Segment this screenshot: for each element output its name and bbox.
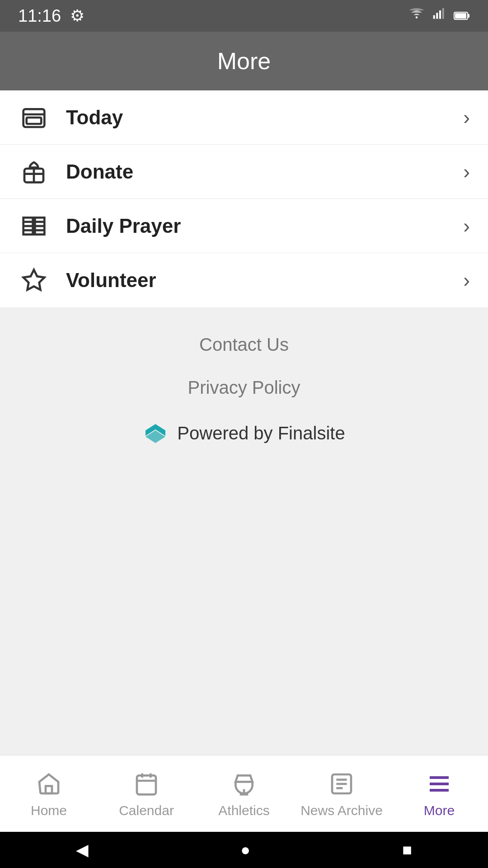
status-bar: 11:16 ⚙ [0, 0, 488, 32]
android-home-button[interactable]: ● [240, 840, 250, 859]
svg-rect-10 [27, 118, 42, 124]
calendar-nav-label: Calendar [119, 803, 174, 818]
nav-item-calendar[interactable]: Calendar [98, 755, 195, 832]
athletics-nav-icon [230, 769, 258, 798]
menu-section: Today › Donate › [0, 90, 488, 307]
svg-rect-1 [433, 15, 435, 19]
more-nav-label: More [424, 803, 455, 818]
privacy-policy-link[interactable]: Privacy Policy [188, 377, 300, 398]
news-archive-nav-label: News Archive [300, 803, 383, 818]
svg-rect-3 [439, 10, 441, 19]
donate-icon [18, 156, 50, 188]
page-title: More [217, 47, 271, 75]
daily-prayer-chevron-icon: › [463, 215, 470, 237]
battery-icon [454, 8, 470, 24]
content-area: Contact Us Privacy Policy Powered by Fin… [0, 307, 488, 755]
news-archive-nav-icon [327, 769, 356, 798]
volunteer-label: Volunteer [66, 269, 463, 292]
volunteer-menu-item[interactable]: Volunteer › [0, 253, 488, 307]
daily-prayer-label: Daily Prayer [66, 215, 463, 237]
android-back-button[interactable]: ◀ [76, 840, 89, 859]
today-icon [18, 102, 50, 133]
more-nav-icon [425, 769, 454, 798]
svg-rect-24 [137, 775, 156, 794]
home-nav-label: Home [31, 803, 67, 818]
bottom-nav: Home Calendar Athletics [0, 755, 488, 832]
finalsite-logo-icon [143, 420, 168, 446]
svg-rect-6 [455, 13, 466, 19]
status-bar-right [408, 6, 470, 26]
volunteer-chevron-icon: › [463, 269, 470, 292]
svg-point-0 [416, 16, 418, 19]
today-menu-item[interactable]: Today › [0, 90, 488, 145]
svg-rect-7 [468, 14, 469, 18]
svg-marker-20 [23, 270, 45, 290]
android-recents-button[interactable]: ■ [402, 840, 412, 859]
today-label: Today [66, 106, 463, 129]
volunteer-icon [18, 264, 50, 296]
wifi-icon [408, 6, 425, 26]
settings-icon: ⚙ [70, 6, 84, 25]
page-header: More [0, 32, 488, 90]
donate-chevron-icon: › [463, 160, 470, 183]
calendar-nav-icon [132, 769, 161, 798]
svg-rect-4 [442, 8, 444, 19]
home-nav-icon [34, 769, 63, 798]
status-bar-left: 11:16 ⚙ [18, 6, 84, 26]
nav-item-home[interactable]: Home [0, 755, 98, 832]
donate-label: Donate [66, 160, 463, 183]
nav-item-news-archive[interactable]: News Archive [293, 755, 390, 832]
nav-item-athletics[interactable]: Athletics [195, 755, 293, 832]
nav-item-more[interactable]: More [390, 755, 488, 832]
svg-rect-2 [436, 13, 438, 19]
android-nav-bar: ◀ ● ■ [0, 832, 488, 868]
status-time: 11:16 [18, 6, 61, 26]
daily-prayer-menu-item[interactable]: Daily Prayer › [0, 199, 488, 253]
donate-menu-item[interactable]: Donate › [0, 145, 488, 199]
powered-by-section: Powered by Finalsite [143, 420, 345, 446]
svg-rect-23 [46, 786, 52, 793]
daily-prayer-icon [18, 210, 50, 242]
athletics-nav-label: Athletics [218, 803, 269, 818]
contact-us-link[interactable]: Contact Us [199, 335, 289, 355]
signal-icon [432, 7, 446, 25]
powered-by-text: Powered by Finalsite [177, 423, 345, 443]
today-chevron-icon: › [463, 106, 470, 129]
